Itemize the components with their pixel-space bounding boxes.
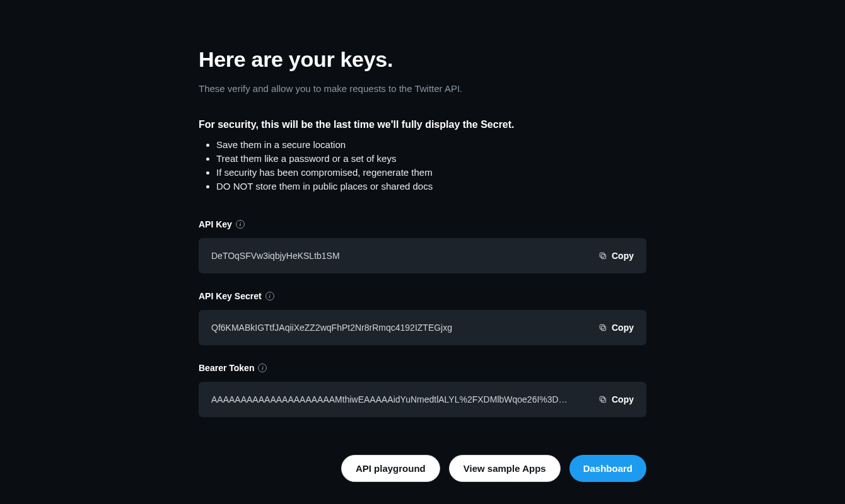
bearer-token-value: AAAAAAAAAAAAAAAAAAAAAMthiwEAAAAAidYuNmed… [211,394,588,404]
api-key-value: DeTOqSFVw3iqbjyHeKSLtb1SM [211,251,588,261]
info-icon[interactable]: i [265,292,274,301]
copy-label: Copy [612,394,634,404]
tip-item: Save them in a secure location [216,138,646,151]
svg-rect-0 [602,255,606,259]
copy-icon [598,323,607,332]
svg-rect-2 [602,326,606,331]
tip-item: If security has been compromised, regene… [216,166,646,179]
info-icon[interactable]: i [258,364,267,372]
copy-label: Copy [612,323,634,333]
security-heading: For security, this will be the last time… [199,119,646,130]
api-key-secret-value-box: Qf6KMABkIGTtfJAqiiXeZZ2wqFhPt2Nr8rRmqc41… [199,310,646,345]
copy-api-key-secret-button[interactable]: Copy [598,323,634,333]
bearer-token-label: Bearer Token [199,363,254,373]
dashboard-button[interactable]: Dashboard [569,455,646,482]
page-subtitle: These verify and allow you to make reque… [199,83,646,94]
api-playground-button[interactable]: API playground [341,455,440,482]
svg-rect-5 [600,396,604,401]
copy-api-key-button[interactable]: Copy [598,251,634,261]
copy-icon [598,395,607,404]
api-key-label: API Key [199,219,232,229]
tip-item: Treat them like a password or a set of k… [216,152,646,165]
svg-rect-4 [602,398,606,403]
footer-button-row: API playground View sample Apps Dashboar… [199,455,646,482]
api-key-value-box: DeTOqSFVw3iqbjyHeKSLtb1SM Copy [199,238,646,273]
copy-icon [598,251,607,260]
api-key-secret-label: API Key Secret [199,291,262,301]
info-icon[interactable]: i [236,220,245,229]
api-key-field: API Key i DeTOqSFVw3iqbjyHeKSLtb1SM Copy [199,219,646,273]
security-tips-list: Save them in a secure location Treat the… [199,138,646,193]
api-key-secret-field: API Key Secret i Qf6KMABkIGTtfJAqiiXeZZ2… [199,291,646,345]
copy-label: Copy [612,251,634,261]
bearer-token-field: Bearer Token i AAAAAAAAAAAAAAAAAAAAAMthi… [199,363,646,417]
svg-rect-1 [600,253,604,257]
svg-rect-3 [600,324,604,329]
api-key-secret-value: Qf6KMABkIGTtfJAqiiXeZZ2wqFhPt2Nr8rRmqc41… [211,323,588,333]
tip-item: DO NOT store them in public places or sh… [216,180,646,193]
page-title: Here are your keys. [199,47,646,72]
copy-bearer-token-button[interactable]: Copy [598,394,634,404]
view-sample-apps-button[interactable]: View sample Apps [449,455,561,482]
bearer-token-value-box: AAAAAAAAAAAAAAAAAAAAAMthiwEAAAAAidYuNmed… [199,382,646,417]
